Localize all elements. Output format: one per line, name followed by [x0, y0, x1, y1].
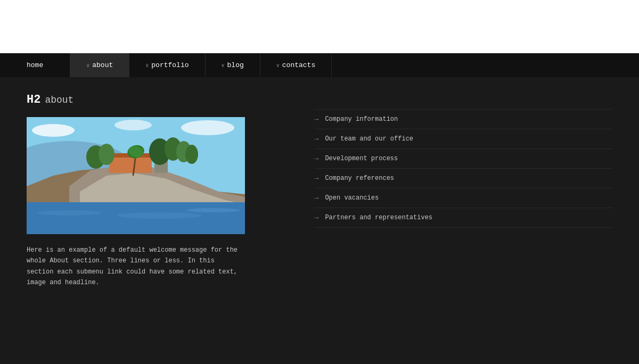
nav-label-home: home — [27, 61, 43, 69]
nav-item-blog[interactable]: ∨ blog — [206, 53, 260, 77]
nav-item-contacts[interactable]: ∨ contacts — [260, 53, 332, 77]
submenu-item-company-references[interactable]: → Company references — [314, 169, 612, 188]
submenu-label-company-references: Company references — [325, 175, 394, 182]
submenu-label-open-vacancies: Open vacancies — [325, 194, 379, 202]
submenu-item-open-vacancies[interactable]: → Open vacancies — [314, 188, 612, 208]
arrow-right-icon: → — [314, 154, 318, 163]
svg-point-20 — [117, 212, 202, 219]
svg-rect-18 — [27, 202, 245, 234]
chevron-down-icon: ∨ — [276, 62, 280, 69]
svg-point-10 — [99, 144, 114, 165]
chevron-down-icon: ∨ — [86, 62, 89, 69]
submenu-label-our-team: Our team and our office — [325, 135, 413, 143]
svg-point-23 — [181, 120, 234, 135]
top-header — [0, 0, 639, 53]
chevron-down-icon: ∨ — [222, 62, 225, 69]
submenu-item-company-information[interactable]: → Company information — [314, 109, 612, 129]
nav-label-contacts: contacts — [282, 61, 315, 69]
svg-point-22 — [32, 124, 75, 137]
right-column: → Company information → Our team and our… — [314, 93, 612, 288]
arrow-right-icon: → — [314, 115, 318, 123]
nav-item-home[interactable]: home — [0, 53, 70, 77]
chevron-down-icon: ∨ — [145, 62, 149, 69]
arrow-right-icon: → — [314, 194, 318, 202]
submenu-label-company-information: Company information — [325, 115, 398, 123]
arrow-right-icon: → — [314, 174, 318, 183]
svg-point-24 — [114, 120, 152, 130]
svg-point-21 — [186, 208, 240, 212]
hero-image-svg — [27, 117, 245, 234]
submenu-item-our-team[interactable]: → Our team and our office — [314, 129, 612, 149]
nav-item-about[interactable]: ∨ about — [70, 53, 129, 77]
nav-label-blog: blog — [227, 61, 244, 69]
welcome-text: Here is an example of a default welcome … — [27, 245, 240, 288]
left-column: H2 about — [27, 93, 272, 288]
submenu-label-partners: Partners and representatives — [325, 214, 432, 221]
page-title: H2 about — [27, 93, 272, 106]
svg-point-19 — [37, 210, 101, 216]
submenu-label-development-process: Development process — [325, 155, 398, 162]
submenu-item-development-process[interactable]: → Development process — [314, 149, 612, 169]
submenu-list: → Company information → Our team and our… — [314, 109, 612, 228]
hero-image — [27, 117, 245, 234]
submenu-item-partners[interactable]: → Partners and representatives — [314, 208, 612, 228]
h2-label: H2 — [27, 93, 40, 106]
arrow-right-icon: → — [314, 135, 318, 143]
nav-label-about: about — [92, 61, 113, 69]
nav-item-portfolio[interactable]: ∨ portfolio — [129, 53, 205, 77]
nav-label-portfolio: portfolio — [151, 61, 189, 69]
arrow-right-icon: → — [314, 213, 318, 222]
navbar: home ∨ about ∨ portfolio ∨ blog ∨ contac… — [0, 53, 639, 77]
svg-point-14 — [185, 145, 198, 164]
main-content: H2 about — [0, 77, 639, 304]
page-title-text: about — [45, 95, 73, 105]
